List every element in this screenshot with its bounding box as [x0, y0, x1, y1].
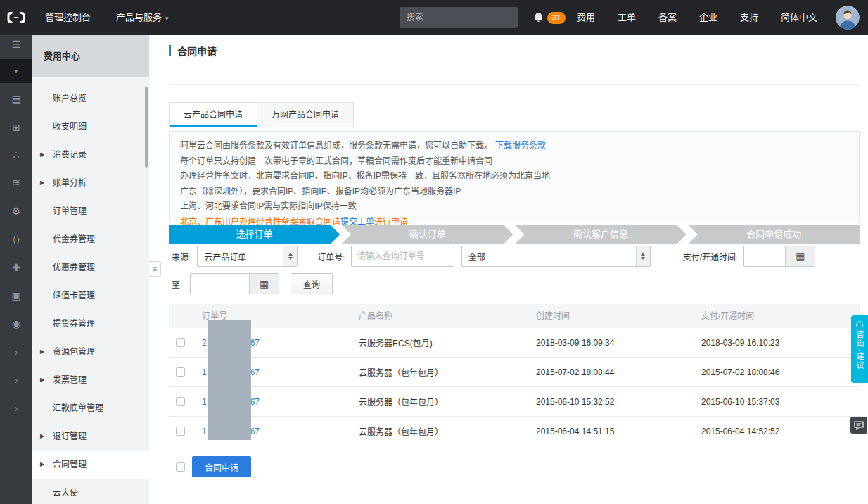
sidebar-item-order-management[interactable]: 订单管理	[32, 197, 149, 225]
top-nav: 管理控制台 产品与服务▾ 31 费用 工单 备案 企业 支持 简体中文	[0, 0, 868, 35]
nav-item-language[interactable]: 简体中文	[770, 0, 829, 35]
table-row: 167 云服务器（包年包月） 2015-06-10 15:32:52 2015-…	[169, 387, 860, 417]
chevron-right-icon[interactable]: ›	[0, 401, 32, 415]
sidebar-scrollbar[interactable]	[145, 87, 148, 168]
pay-time-to-input[interactable]	[190, 273, 250, 294]
contract-notice-box: 阿里云合同由服务条款及有效订单信息组成，服务条款无需申请，您可以自助下载。下载服…	[169, 131, 860, 222]
col-created-time: 创建时间	[536, 304, 701, 328]
order-number-input[interactable]	[351, 246, 454, 267]
created-time: 2018-03-09 16:09:34	[536, 338, 701, 348]
code-icon[interactable]: ⟨⟩	[0, 232, 32, 246]
storage-icon[interactable]: ≋	[0, 175, 32, 189]
expand-arrow-icon: ▶	[40, 451, 44, 479]
select-all-checkbox[interactable]	[176, 462, 185, 472]
filter-row-1: 来源: 云产品订单 订单号: 全部 支付/开通时间: ▦	[169, 245, 860, 267]
calendar-icon[interactable]: ▦	[250, 273, 279, 294]
expand-arrow-icon: ▶	[40, 366, 44, 394]
page-title: 合同申请	[169, 44, 217, 57]
monitor-icon[interactable]: ▣	[0, 289, 32, 303]
progress-steps: 选择订单 确认订单 确认客户信息 合同申请成功	[169, 225, 860, 244]
global-search	[400, 7, 518, 28]
step-select-order: 选择订单	[169, 225, 340, 244]
gear-icon[interactable]: ⚙	[0, 204, 32, 218]
gift-icon[interactable]: ⊞	[0, 120, 32, 134]
search-input[interactable]	[400, 7, 518, 28]
sidebar-item-account-overview[interactable]: 账户总览	[32, 84, 149, 113]
eye-icon[interactable]: ◉	[0, 317, 32, 331]
table-row: 267 云服务器ECS(包月) 2018-03-09 16:09:34 2018…	[169, 328, 860, 358]
console-home-link[interactable]: 管理控制台	[32, 0, 103, 35]
nodes-icon[interactable]: ∴	[0, 148, 32, 162]
sidebar-item-resource-package[interactable]: ▶资源包管理	[32, 338, 149, 366]
products-menu[interactable]: 产品与服务▾	[103, 0, 181, 35]
sidebar-item-unsubscribe-management[interactable]: ▶退订管理	[32, 422, 149, 451]
caret-down-icon: ▾	[165, 15, 169, 22]
step-application-success: 合同申请成功	[689, 225, 860, 244]
pay-time-label: 支付/开通时间:	[683, 251, 739, 263]
order-number-label: 订单号:	[317, 251, 345, 263]
sidebar-item-income-expense[interactable]: 收支明细	[32, 113, 149, 141]
sidebar-item-bill-analysis[interactable]: ▶账单分析	[32, 169, 149, 197]
chat-icon[interactable]	[850, 417, 867, 434]
tab-wanwang-product-contract[interactable]: 万网产品合同申请	[257, 102, 354, 127]
nav-item-enterprise[interactable]: 企业	[688, 0, 729, 35]
sidebar-item-contract-management[interactable]: ▶合同管理	[32, 451, 149, 479]
table-row: 167 云服务器（包年包月） 2015-06-04 14:51:15 2015-…	[169, 417, 860, 446]
source-select[interactable]: 云产品订单	[197, 246, 298, 267]
notification-badge[interactable]: 31	[547, 12, 566, 24]
sidebar-item-pickup-voucher[interactable]: 提货券管理	[32, 310, 149, 338]
apply-row: 合同申请	[169, 456, 251, 477]
created-time: 2015-07-02 18:08:44	[536, 367, 701, 377]
sidebar-item-cloud-ambassador[interactable]: 云大使	[32, 479, 149, 504]
sidebar-item-stored-value-card[interactable]: 储值卡管理	[32, 282, 149, 310]
notice-line: 广东（除深圳外），要求合同IP、指向IP、报备IP均必须为广东当地服务器IP	[180, 184, 848, 200]
sidebar-collapse-icon[interactable]: ≡	[149, 261, 161, 277]
tab-bar: 云产品合同申请 万网产品合同申请	[169, 102, 354, 127]
nav-item-icp-filing[interactable]: 备案	[647, 0, 688, 35]
aliyun-logo-icon[interactable]	[0, 11, 32, 25]
row-checkbox[interactable]	[176, 397, 185, 406]
orders-table: 订单号 产品名称 创建时间 支付/开通时间 267 云服务器ECS(包月) 20…	[169, 304, 860, 446]
product-name: 云服务器（包年包月）	[359, 425, 536, 437]
feedback-tab[interactable]: 咨询·建议	[851, 315, 868, 383]
sidebar-item-voucher-management[interactable]: 代金券管理	[32, 225, 149, 253]
tab-cloud-product-contract[interactable]: 云产品合同申请	[169, 102, 257, 127]
row-checkbox[interactable]	[176, 427, 185, 436]
to-label: 至	[172, 278, 180, 290]
expand-arrow-icon: ▶	[40, 141, 44, 169]
expand-arrow-icon: ▶	[40, 169, 44, 197]
created-time: 2015-06-04 14:51:15	[536, 427, 701, 436]
row-checkbox[interactable]	[176, 338, 185, 347]
filter-row-2: 至 ▦ 查询	[169, 272, 860, 295]
menu-icon[interactable]: ☰	[0, 37, 32, 51]
query-button[interactable]: 查询	[291, 273, 333, 294]
pay-time-from-input[interactable]	[743, 246, 786, 267]
sidebar-item-invoice-management[interactable]: ▶发票管理	[32, 366, 149, 394]
avatar[interactable]	[836, 6, 860, 30]
expand-arrow-icon: ▶	[40, 422, 44, 451]
caret-down-icon[interactable]: ▾	[0, 59, 32, 83]
download-terms-link[interactable]: 下载服务条款	[495, 141, 546, 151]
paid-time: 2015-07-02 18:08:46	[701, 367, 860, 377]
chevron-right-icon[interactable]: ›	[0, 345, 32, 359]
bell-icon[interactable]	[533, 12, 544, 23]
bill-icon[interactable]: ▤	[0, 92, 32, 106]
sidebar-item-remittance-slip[interactable]: 汇款底单管理	[32, 394, 149, 422]
step-confirm-order: 确认订单	[342, 225, 513, 244]
plus-icon[interactable]: ✚	[0, 260, 32, 275]
title-divider	[169, 84, 860, 85]
row-checkbox[interactable]	[176, 367, 185, 377]
nav-item-tickets[interactable]: 工单	[606, 0, 647, 35]
chevron-right-icon[interactable]: ›	[0, 373, 32, 387]
apply-contract-button[interactable]: 合同申请	[192, 456, 251, 477]
nav-item-support[interactable]: 支持	[729, 0, 770, 35]
sidebar-item-coupon-management[interactable]: 优惠券管理	[32, 253, 149, 282]
nav-item-billing[interactable]: 费用	[566, 0, 606, 35]
step-confirm-customer-info: 确认客户信息	[516, 225, 687, 244]
status-select[interactable]: 全部	[461, 246, 651, 267]
paid-time: 2015-06-10 15:37:03	[701, 397, 860, 407]
calendar-icon[interactable]: ▦	[786, 246, 815, 267]
sidebar-item-consumption-records[interactable]: ▶消费记录	[32, 141, 149, 169]
feedback-tab-label: 咨询·建议	[854, 330, 865, 371]
select-stepper-icon	[636, 246, 650, 266]
